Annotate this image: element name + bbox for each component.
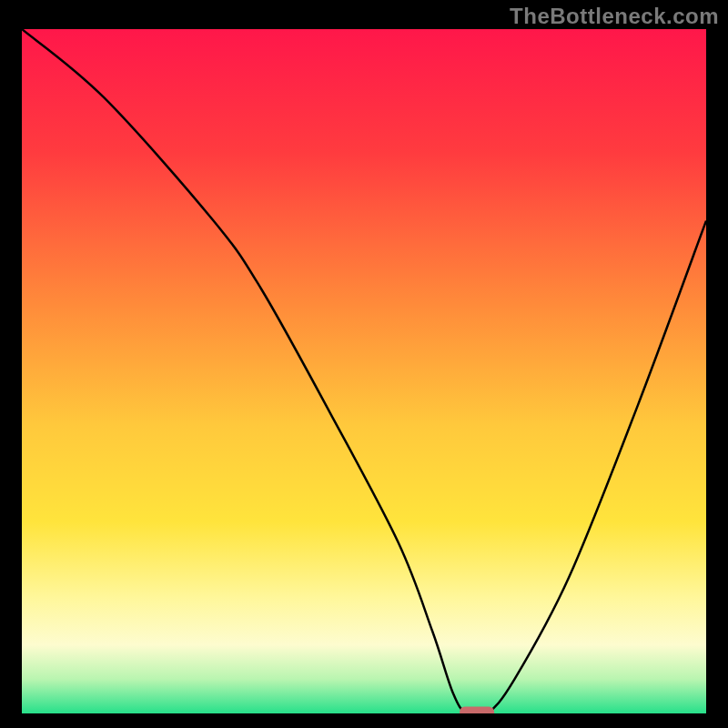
plot-area xyxy=(22,29,706,713)
chart-container: TheBottleneck.com xyxy=(0,0,728,728)
optimal-marker xyxy=(460,707,494,714)
watermark-text: TheBottleneck.com xyxy=(510,4,719,29)
chart-svg xyxy=(22,29,706,713)
gradient-background xyxy=(22,29,706,713)
